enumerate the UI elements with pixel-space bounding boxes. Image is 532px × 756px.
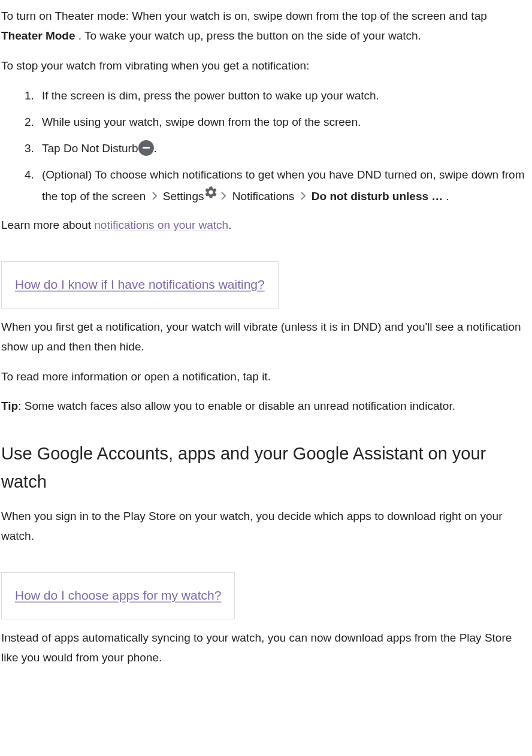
chevron-right-icon: [300, 186, 306, 207]
tap-notification-paragraph: To read more information or open a notif…: [1, 367, 531, 386]
notification-behavior-paragraph: When you first get a notification, your …: [1, 317, 531, 357]
learn-more-paragraph: Learn more about notifications on your w…: [1, 215, 531, 235]
stop-vibrating-intro: To stop your watch from vibrating when y…: [1, 56, 531, 75]
apps-sync-paragraph: Instead of apps automatically syncing to…: [1, 628, 531, 668]
text: . To wake your watch up, press the butto…: [75, 29, 421, 42]
dnd-steps-list: If the screen is dim, press the power bu…: [1, 85, 531, 208]
gear-icon: [204, 185, 218, 207]
callout-link[interactable]: How do I know if I have notifications wa…: [15, 277, 265, 291]
text: Settings: [160, 190, 204, 202]
text: .: [228, 219, 231, 231]
do-not-disturb-icon: [138, 140, 154, 156]
dnd-unless-bold: Do not disturb unless …: [312, 190, 443, 202]
callout-choose-apps[interactable]: How do I choose apps for my watch?: [1, 572, 235, 619]
text: To turn on Theater mode: When your watch…: [1, 10, 487, 22]
text: .: [154, 142, 157, 155]
notifications-link[interactable]: notifications on your watch: [94, 219, 228, 231]
text: .: [443, 190, 449, 202]
theater-mode-bold: Theater Mode: [1, 29, 75, 42]
list-item: While using your watch, swipe down from …: [37, 111, 531, 133]
tip-label: Tip: [1, 400, 18, 412]
section-heading-google-accounts: Use Google Accounts, apps and your Googl…: [1, 440, 531, 495]
text: Notifications: [229, 190, 297, 202]
chevron-right-icon: [152, 186, 158, 207]
list-item: (Optional) To choose which notifications…: [37, 164, 531, 208]
play-store-intro-paragraph: When you sign in to the Play Store on yo…: [1, 506, 531, 546]
text: Learn more about: [1, 219, 94, 231]
theater-mode-paragraph: To turn on Theater mode: When your watch…: [1, 6, 531, 46]
callout-link[interactable]: How do I choose apps for my watch?: [15, 588, 221, 602]
text: Tap Do Not Disturb: [42, 142, 138, 155]
tip-paragraph: Tip: Some watch faces also allow you to …: [1, 396, 531, 416]
callout-notifications-waiting[interactable]: How do I know if I have notifications wa…: [1, 261, 279, 309]
chevron-right-icon: [220, 186, 226, 207]
list-item: Tap Do Not Disturb.: [37, 138, 531, 159]
text: : Some watch faces also allow you to ena…: [18, 400, 455, 412]
list-item: If the screen is dim, press the power bu…: [37, 85, 531, 107]
